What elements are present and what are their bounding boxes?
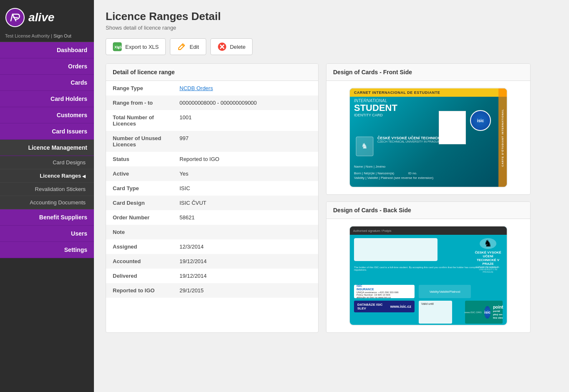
back-small-text: The holder of this ISIC card is a full-t… [354, 266, 503, 271]
cards-column: Design of Cards - Front Side CARNET INTE… [326, 63, 531, 333]
valid-until-box: Valid until [419, 301, 452, 324]
detail-value: 997 [173, 131, 318, 152]
detail-label: Order Number [106, 210, 173, 225]
detail-label: Status [106, 152, 173, 166]
detail-label: Card Design [106, 196, 173, 210]
sidebar: alive Test License Authority | Sign Out … [0, 0, 94, 392]
sidebar-item-licence-management[interactable]: Licence Management [0, 140, 94, 156]
svg-text:XLS: XLS [114, 45, 122, 49]
detail-label: Delivered [106, 269, 173, 283]
card-top-bar: CARNET INTERNACIONAL DE ESTUDIANTE [350, 88, 507, 97]
auth-user: Test License Authority [5, 33, 50, 38]
card-front-panel: Design of Cards - Front Side CARNET INTE… [326, 63, 531, 195]
field-born: Born | Né(e)le | Narozen(a) [354, 171, 394, 175]
uni-name-cz: ČESKÉ VYSOKÉ UČENÍ TECHNICKÉ V PRAZE [377, 136, 460, 140]
sidebar-item-settings[interactable]: Settings [0, 242, 94, 258]
detail-value: 29/1/2015 [173, 283, 318, 298]
logo-text: alive [28, 11, 54, 24]
detail-value: ISIC ČVUT [173, 196, 318, 210]
isic-point-label: portál plný on-line slev [493, 310, 503, 319]
database-url: www.isic.cz [390, 304, 411, 309]
sidebar-item-customers[interactable]: Customers [0, 107, 94, 123]
export-xls-button[interactable]: XLS Export to XLS [106, 38, 166, 55]
card-main-content: INTERNATIONAL STUDENT IDENTITY CARD isic… [354, 98, 495, 183]
sidebar-item-cardholders[interactable]: Card Holders [0, 91, 94, 107]
signature-label [354, 238, 437, 241]
detail-panel-title: Detail of licence range [106, 64, 318, 81]
card-front-title: Design of Cards - Front Side [326, 64, 530, 81]
detail-value-link[interactable]: NCDB Orders [180, 85, 213, 91]
edit-label: Edit [190, 44, 199, 50]
export-xls-label: Export to XLS [125, 44, 159, 50]
auth-info: Test License Authority | Sign Out [0, 32, 94, 42]
sidebar-item-users[interactable]: Users [0, 226, 94, 242]
toolbar: XLS Export to XLS Edit Dele [106, 38, 557, 55]
isic-globe: isic [484, 306, 491, 319]
side-text: CARTE D'ÉTUDIANT INTERNATIONAL [501, 109, 504, 167]
uni-name-en: CZECH TECHNICAL UNIVERSITY IN PRAGUE [377, 140, 460, 143]
edit-icon [177, 42, 186, 51]
content-grid: Detail of licence range Range TypeNCDB O… [106, 63, 557, 333]
uni-heraldic-icon: ♞ [354, 136, 375, 157]
detail-value: 19/12/2014 [173, 254, 318, 269]
insurance-info: ISICINSURANCE UNIQA assistance: +420 296… [357, 284, 399, 299]
student-title: STUDENT [354, 103, 495, 113]
back-uni-name: ČESKÉ VYSOKÉ UČENÍTECHNICKÉ V PRAZE [473, 251, 503, 266]
detail-value: Reported to IGO [173, 152, 318, 166]
insurance-url: aktivujte on-line na www.isic.cz [357, 296, 399, 299]
edit-button[interactable]: Edit [170, 38, 206, 55]
detail-label: Range Type [106, 81, 173, 95]
field-validity: Validity | Validité | Platnost (see reve… [354, 176, 495, 180]
sidebar-item-cards[interactable]: Cards [0, 75, 94, 91]
isic-point-text: point portál plný on-line slev [493, 304, 503, 319]
sidebar-item-cardissuers[interactable]: Card Issuers [0, 123, 94, 140]
sidebar-sub-card-designs[interactable]: Card Designs [0, 156, 94, 169]
delete-icon [217, 42, 227, 51]
card-back-panel: Design of Cards - Back Side Authorised s… [326, 201, 531, 333]
detail-label: Reported to IGO [106, 283, 173, 298]
detail-value [173, 225, 318, 239]
signout-link[interactable]: Sign Out [53, 33, 71, 38]
sidebar-item-orders[interactable]: Orders [0, 58, 94, 75]
logo-area: alive [0, 0, 94, 32]
detail-value: 12/3/2014 [173, 239, 318, 254]
isic-globe-logo: isic [470, 110, 491, 131]
detail-value: 000000008000 - 000000009000 [173, 95, 318, 110]
detail-label: Card Type [106, 181, 173, 196]
field-name: Name | Nom | Jméno [354, 165, 495, 168]
field-id: ID no. [408, 171, 417, 175]
back-top-bar: Authorised signature / Podpis [350, 226, 507, 235]
isic-point-box: www.ISIC.ORG isic point portál plný on-l… [465, 301, 503, 324]
delete-button[interactable]: Delete [210, 38, 253, 55]
detail-value: 58621 [173, 210, 318, 225]
detail-panel: Detail of licence range Range TypeNCDB O… [106, 63, 319, 333]
detail-value: Yes [173, 166, 318, 181]
university-info: ČESKÉ VYSOKÉ UČENÍ TECHNICKÉ V PRAZE CZE… [377, 136, 460, 143]
sidebar-item-benefit-suppliers[interactable]: Benefit Suppliers [0, 209, 94, 226]
svg-text:♞: ♞ [361, 142, 368, 150]
back-middle-text: The holder of this ISIC card is a full-t… [354, 266, 503, 271]
main-content: Licence Ranges Detail Shows detail of li… [94, 0, 569, 392]
detail-label: Total Number of Licences [106, 110, 173, 131]
back-top-text: Authorised signature / Podpis [353, 229, 391, 232]
sidebar-sub-revalidation[interactable]: Revalidation Stickers [0, 183, 94, 196]
insurance-strip: ISICINSURANCE UNIQA assistance: +420 296… [354, 285, 415, 298]
card-bottom-fields: Name | Nom | Jméno Born | Né(e)le | Naro… [354, 165, 495, 181]
valid-box: Validity/Validité/Platnost [419, 285, 471, 298]
signature-box [354, 238, 437, 261]
sidebar-sub-licence-ranges[interactable]: Licence Ranges [0, 169, 94, 183]
top-bar-text: CARNET INTERNACIONAL DE ESTUDIANTE [354, 90, 440, 95]
sidebar-sub-accounting[interactable]: Accounting Documents [0, 196, 94, 209]
isic-url: www.ISIC.ORG [465, 311, 482, 314]
database-strip: DATABÁZE ISIC SLEV www.isic.cz [354, 301, 415, 312]
valid-until-label: Valid until [421, 302, 434, 305]
detail-label: Range from - to [106, 95, 173, 110]
insurance-label: ISICINSURANCE [357, 284, 399, 291]
isic-card-front: CARNET INTERNACIONAL DE ESTUDIANTE CARTE… [349, 88, 508, 188]
detail-label: Assigned [106, 239, 173, 254]
detail-label: Active [106, 166, 173, 181]
detail-label: Note [106, 225, 173, 239]
detail-label: Accounted [106, 254, 173, 269]
detail-value: NCDB Orders [173, 81, 318, 95]
sidebar-item-dashboard[interactable]: Dashboard [0, 42, 94, 58]
